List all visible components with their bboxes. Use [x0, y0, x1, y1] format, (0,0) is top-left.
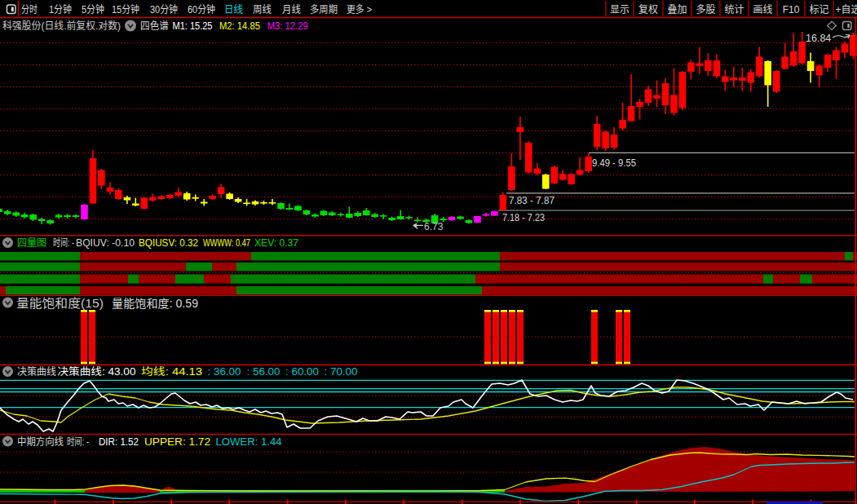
svg-text:M3: 12.29: M3: 12.29	[267, 18, 308, 32]
svg-text:量能饱和度: 0.59: 量能饱和度: 0.59	[112, 294, 198, 311]
svg-text:6.73: 6.73	[424, 219, 444, 232]
svg-text:: 60.00: : 60.00	[285, 364, 319, 378]
svg-text:更多 >: 更多 >	[347, 2, 372, 15]
svg-text:决策曲线: 43.00: 决策曲线: 43.00	[58, 364, 136, 378]
svg-text:7.83 - 7.87: 7.83 - 7.87	[509, 192, 554, 207]
svg-text:时间: -: 时间: -	[67, 434, 89, 448]
svg-text:多股: 多股	[696, 2, 715, 15]
svg-text:多周期: 多周期	[310, 2, 338, 15]
svg-text:复权: 复权	[638, 2, 658, 15]
svg-text:均线: 44.13: 均线: 44.13	[141, 364, 202, 378]
svg-text:BQIUSV: 0.32: BQIUSV: 0.32	[139, 235, 198, 249]
svg-text:叠加: 叠加	[667, 2, 687, 15]
svg-text:30分钟: 30分钟	[150, 2, 178, 15]
svg-text:M2: 14.85: M2: 14.85	[219, 18, 260, 32]
svg-text:决策曲线: 决策曲线	[17, 364, 56, 378]
svg-text:1分钟: 1分钟	[49, 2, 72, 15]
svg-text:周线: 周线	[253, 2, 272, 15]
svg-text:分时: 分时	[21, 2, 38, 15]
svg-text:LOWER: 1.44: LOWER: 1.44	[216, 434, 282, 448]
svg-text:16.84: 16.84	[806, 29, 831, 45]
svg-text:量能饱和度(15): 量能饱和度(15)	[16, 294, 104, 311]
svg-text:标记: 标记	[809, 2, 828, 15]
svg-text:9.49 - 9.55: 9.49 - 9.55	[592, 154, 636, 170]
svg-text:XEV: 0.37: XEV: 0.37	[254, 235, 298, 249]
svg-text:7.18 - 7.23: 7.18 - 7.23	[502, 209, 545, 224]
svg-text:: 36.00: : 36.00	[208, 364, 241, 378]
svg-text:15分钟: 15分钟	[112, 2, 139, 15]
svg-text:四量图: 四量图	[17, 235, 46, 249]
svg-text:中期方向线: 中期方向线	[17, 434, 64, 448]
svg-text:四色谱: 四色谱	[140, 18, 169, 32]
svg-text:: 56.00: : 56.00	[247, 364, 281, 378]
svg-text:M1: 15.25: M1: 15.25	[173, 18, 213, 32]
svg-text:统计: 统计	[724, 2, 744, 15]
svg-text:60分钟: 60分钟	[188, 2, 215, 15]
svg-text:F10: F10	[783, 2, 800, 15]
svg-text:DIR: 1.52: DIR: 1.52	[99, 434, 139, 448]
svg-text:UPPER: 1.72: UPPER: 1.72	[144, 434, 210, 448]
svg-text:WWWW: 0.47: WWWW: 0.47	[203, 235, 250, 249]
svg-text:日线: 日线	[224, 2, 243, 15]
svg-text:5分钟: 5分钟	[82, 2, 104, 15]
svg-text:BQIUV: -0.10: BQIUV: -0.10	[76, 235, 135, 249]
svg-text:月线: 月线	[282, 2, 301, 15]
svg-text:显示: 显示	[610, 2, 629, 15]
svg-text:科强股份(日线.前复权.对数): 科强股份(日线.前复权.对数)	[2, 18, 121, 32]
svg-text:画线: 画线	[753, 2, 772, 15]
svg-text:: 70.00: : 70.00	[325, 364, 358, 378]
svg-text:时间: -: 时间: -	[53, 235, 74, 249]
svg-text:+自选: +自选	[835, 2, 857, 15]
